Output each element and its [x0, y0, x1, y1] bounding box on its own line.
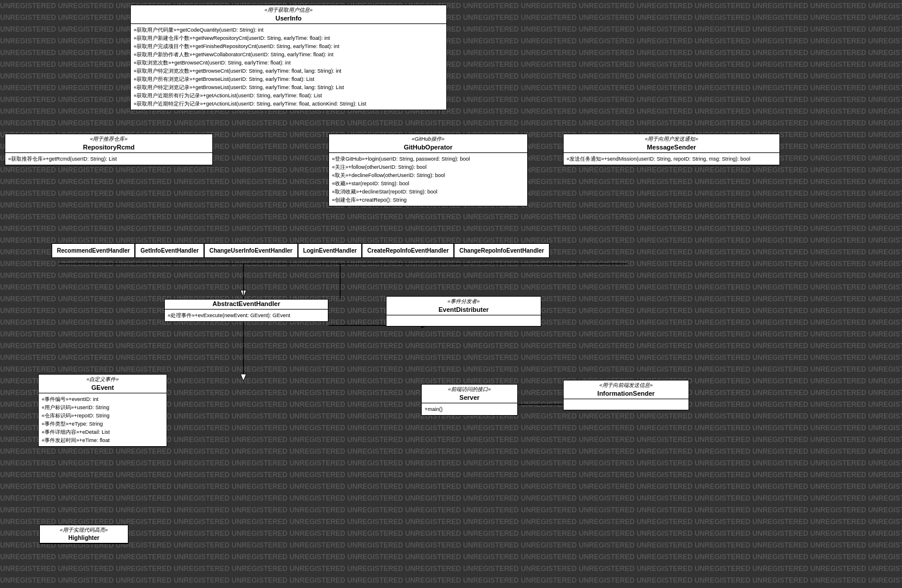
- handler-changeuserinfo: ChangeUserInfoEventHandler: [204, 243, 298, 258]
- gevent-methods: «事件编号»+eventID: int «用户标识码»+userID: Stri…: [39, 393, 167, 446]
- abstracteventhandler-methods: «处理事件»+evExecute(newEvent: GEvent): GEve…: [165, 310, 328, 321]
- repositoryrcmd-class: «用于推荐仓库» RepositoryRcmd «获取推荐仓库»+getRcmd…: [5, 134, 213, 165]
- userinfo-stereotype: «用于获取用户信息»: [131, 5, 446, 14]
- userinfo-classname: UserInfo: [131, 14, 446, 24]
- githuboperator-stereotype: «GitHub操作»: [329, 134, 527, 143]
- diagram-container: «用于获取用户信息» UserInfo «获取用户代码量»+getCodeQua…: [0, 0, 902, 588]
- gevent-classname: GEvent: [39, 383, 167, 393]
- abstracteventhandler-classname: AbstractEventHandler: [165, 300, 328, 310]
- highlighter-class: «用于实现代码高亮» Highlighter: [39, 525, 128, 544]
- server-stereotype: «前端访问的接口»: [422, 385, 517, 393]
- messagesender-classname: MessageSender: [564, 143, 779, 153]
- githuboperator-methods: «登录GitHub»+login(userID: String, passwor…: [329, 153, 527, 206]
- githuboperator-classname: GitHubOperator: [329, 143, 527, 153]
- messagesender-stereotype: «用于向用户发送通知»: [564, 134, 779, 143]
- handler-recommend: RecommendEventHandler: [52, 243, 135, 258]
- informationsender-class: «用于向前端发送信息» InformationSender: [563, 380, 689, 410]
- gevent-stereotype: «自定义事件»: [39, 375, 167, 383]
- server-class: «前端访问的接口» Server +main(): [421, 384, 518, 416]
- repositoryrcmd-stereotype: «用于推荐仓库»: [5, 134, 212, 143]
- eventdistributer-class: «事件分发者» EventDistributer: [386, 296, 541, 327]
- messagesender-class: «用于向用户发送通知» MessageSender «发送任务通知»+sendM…: [563, 134, 780, 165]
- githuboperator-class: «GitHub操作» GitHubOperator «登录GitHub»+log…: [328, 134, 528, 206]
- abstracteventhandler-class: AbstractEventHandler «处理事件»+evExecute(ne…: [164, 299, 328, 322]
- messagesender-methods: «发送任务通知»+sendMission(userID: String, rep…: [564, 153, 779, 165]
- informationsender-stereotype: «用于向前端发送信息»: [564, 380, 689, 389]
- highlighter-stereotype: «用于实现代码高亮»: [40, 525, 128, 534]
- eventdistributer-methods: [386, 315, 541, 326]
- informationsender-classname: InformationSender: [564, 389, 689, 399]
- handler-row: RecommendEventHandler GetInfoEventHandle…: [52, 243, 550, 258]
- handler-login: LoginEventHandler: [298, 243, 362, 258]
- repositoryrcmd-classname: RepositoryRcmd: [5, 143, 212, 153]
- gevent-class: «自定义事件» GEvent «事件编号»+eventID: int «用户标识…: [38, 374, 167, 447]
- informationsender-methods: [564, 399, 689, 410]
- handler-changerepo: ChangeRepoInfoEventHandler: [454, 243, 549, 258]
- userinfo-methods: «获取用户代码量»+getCodeQuantity(userID: String…: [131, 24, 446, 110]
- repositoryrcmd-methods: «获取推荐仓库»+getRcmd(userID: String): List: [5, 153, 212, 165]
- highlighter-classname: Highlighter: [40, 534, 128, 543]
- server-methods: +main(): [422, 403, 517, 415]
- userinfo-class: «用于获取用户信息» UserInfo «获取用户代码量»+getCodeQua…: [130, 5, 447, 110]
- handler-createrepo: CreateRepoInfoEventHandler: [362, 243, 454, 258]
- server-classname: Server: [422, 393, 517, 403]
- eventdistributer-stereotype: «事件分发者»: [386, 297, 541, 305]
- eventdistributer-classname: EventDistributer: [386, 305, 541, 315]
- handler-getinfo: GetInfoEventHandler: [135, 243, 204, 258]
